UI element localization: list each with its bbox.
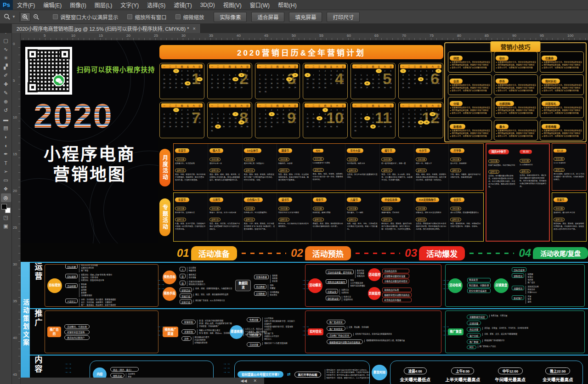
broadcast-timeline-box: 凌晨4:00全天曝光最低点上午8:00上半天曝光最高点中午12:00午间曝光最高…: [390, 361, 583, 384]
color-swatches[interactable]: [1, 204, 11, 213]
healing-brush-tool[interactable]: ✚: [1, 80, 11, 89]
path-select-tool[interactable]: ➢: [1, 167, 11, 176]
menu-视图(V)[interactable]: 视图(V): [219, 0, 246, 10]
zoom-out-button[interactable]: [31, 12, 41, 22]
document-tab-title: 2020小程序电商营销地图.jpg @ 12.5% (扫码可以获得小程序扶持, …: [17, 25, 189, 32]
tip-card-社群团购: 社群团购➤ 设置爆款商品低价引流，带动全店商品转化成交➤ 限时限量营造紧迫感，刺…: [494, 97, 538, 118]
clone-stamp-tool[interactable]: ⊕: [1, 97, 11, 106]
magnifier-icon: [4, 13, 11, 20]
calendar-month-5: 一二三四五六日512345678910111213141516171819202…: [351, 63, 396, 99]
vertical-ruler[interactable]: 051015202530354045: [12, 40, 21, 384]
option-checkbox[interactable]: 调整窗口大小以满屏显示: [53, 13, 119, 21]
calendar-month-12: 一二三四五六日121234567891011121314151617181920…: [398, 102, 443, 138]
tip-label: 限时折扣: [542, 79, 560, 84]
plan-cell-1-2: 实时优化推广渠道优化推广素材优化文案、商品图、活动海报活动推广利益点优化结合用户…: [305, 311, 441, 353]
broadcast-time-hub: 群发时间: [372, 365, 387, 380]
tab-close-icon[interactable]: ×: [192, 26, 195, 31]
pen-tool[interactable]: ✒: [1, 150, 11, 158]
option-button-打印尺寸[interactable]: 打印尺寸: [327, 12, 360, 22]
tip-card-秒杀: 秒杀➤ 设置爆款商品低价引流，带动全店商品转化成交➤ 限时限量营造紧迫感，刺激用…: [494, 74, 538, 96]
plan-cell-0-0: 目标规划目标拆解同比2019年活动销量设置同比增长率推广预算目标规划销售目标：销…: [45, 264, 158, 307]
calendar-month-3: 一二三四五六日312345678910111213141516171819202…: [255, 63, 300, 99]
qr-code: [25, 47, 72, 95]
lasso-tool[interactable]: ∿: [1, 45, 11, 54]
brush-tool[interactable]: ✎: [1, 89, 11, 97]
blur-tool[interactable]: ◗: [1, 132, 11, 141]
collapse-icon[interactable]: ◀◀: [241, 378, 247, 383]
calendar-banner: 2020营销日历&全年营销计划: [159, 45, 443, 59]
menu-滤镜(T)[interactable]: 滤镜(T): [170, 0, 196, 10]
menu-窗口(W)[interactable]: 窗口(W): [246, 0, 274, 10]
plan-cell-1-1: 渠道梳理免费流量公众号粉丝社群人员“朋友圈海报”分享、好友助力店铺合作分销裂变“…: [227, 313, 301, 351]
foreground-color-swatch[interactable]: [1, 204, 7, 209]
option-checkbox[interactable]: 细微缩放: [175, 13, 204, 21]
festival-card-踏青节: 踏青节活动主题阳春四月，出游季适用行业食品、美妆、服饰、户外等，可含适用场景的食…: [277, 144, 311, 190]
menu-编辑(E)[interactable]: 编辑(E): [39, 0, 66, 10]
checkbox-icon[interactable]: [127, 14, 132, 19]
screen-mode-icon[interactable]: ▣: [1, 222, 11, 231]
checkbox-icon[interactable]: [53, 14, 58, 19]
checkbox-label: 调整窗口大小以满屏显示: [60, 13, 119, 21]
zoom-in-button[interactable]: [20, 12, 30, 22]
history-brush-tool[interactable]: ↺: [1, 106, 11, 115]
tip-card-砍价: 砍价➤ 设置爆款商品低价引流，带动全店商品转化成交➤ 限时限量营造紧迫感，刺激用…: [494, 51, 538, 73]
eraser-tool[interactable]: ▬: [1, 115, 11, 124]
option-button-适合屏幕[interactable]: 适合屏幕: [251, 12, 284, 22]
tip-label: 分销: [450, 101, 463, 106]
menu-图像(I)[interactable]: 图像(I): [66, 0, 90, 10]
menu-选择(S)[interactable]: 选择(S): [143, 0, 170, 10]
magic-wand-tool[interactable]: ✳: [1, 54, 11, 62]
close-icon[interactable]: ✕: [253, 378, 257, 383]
ruler-corner: [12, 33, 21, 40]
options-bar: ▼ 调整窗口大小以满屏显示缩放所有窗口细微缩放 实际像素适合屏幕填充屏幕打印尺寸: [0, 10, 588, 24]
eyedropper-tool[interactable]: ✐: [1, 71, 11, 80]
national-day-1111-box: 国庆&中秋节活动主题秋高气爽迎国庆，花好月圆过中秋适用行业全品类，双节叠加黄金周…: [486, 143, 550, 242]
box-1212: 12.12活动主题12.12 年末狂欢适用行业各行业通用，延续双 11 后，双 …: [552, 143, 587, 191]
option-button-填充屏幕[interactable]: 填充屏幕: [289, 12, 322, 22]
crop-tool[interactable]: ▞: [1, 62, 11, 71]
document-canvas[interactable]: 扫码可以获得小程序扶持 2020 小程序电商 营销地图 2020营销日历&全年营…: [21, 40, 588, 384]
photoshop-logo[interactable]: Ps: [0, 0, 13, 10]
menu-items: 文件(F)编辑(E)图像(I)图层(L)文字(Y)选择(S)滤镜(T)3D(D)…: [13, 0, 301, 10]
wechat-icon: [53, 74, 65, 86]
tool-palette: ✥▢∿✳▞✐✚✎⊕↺▬▤◗◖✒T➢▭❖◎◳▣: [0, 24, 12, 384]
marquee-tool[interactable]: ▢: [1, 36, 11, 45]
menu-文件(F)[interactable]: 文件(F): [13, 0, 39, 10]
plan-cell-1-0: 推广目的活动曝光、引流拉新老客转化促活复购激活站内沉默用户: [45, 311, 158, 353]
festival-card-端午节: 端午节活动主题粽一届“粽粉嘉年节”，浓情一夏适用行业食品、个护、美妆、水上玩具、…: [380, 144, 414, 190]
poster-left-panel: 扫码可以获得小程序扶持 2020 小程序电商 营销地图: [21, 40, 158, 243]
poster-year: 2020: [34, 99, 153, 133]
checkbox-icon[interactable]: [175, 14, 181, 19]
tip-label: 老客唤醒: [542, 124, 560, 129]
phase-01: 01活动准备: [177, 246, 237, 260]
festival-card-年货节: 年货节活动主题迎新春大礼，年货提前购适用行业美妆、生鲜、家居百货等，结合年轻用户…: [174, 144, 208, 190]
menu-3D(D)[interactable]: 3D(D): [196, 0, 219, 10]
shape-tool[interactable]: ▭: [1, 176, 11, 185]
hand-tool[interactable]: ❖: [1, 185, 11, 193]
calendar-month-1: 一二三四五六日112345678910111213141516171819202…: [159, 63, 204, 99]
tip-label: 优惠券: [542, 56, 557, 61]
gradient-tool[interactable]: ▤: [1, 124, 11, 132]
marketing-tips-panel: 营销小技巧 拼团➤ 设置爆款商品低价引流，带动全店商品转化成交➤ 限时限量营造紧…: [444, 42, 587, 142]
bottom-overlay-bar[interactable]: ◀◀ ✕: [21, 378, 264, 384]
dodge-tool[interactable]: ◖: [1, 141, 11, 150]
option-checkbox[interactable]: 缩放所有窗口: [127, 13, 166, 21]
phase-02: 02活动预热: [291, 246, 351, 260]
row-label-运营: 运营: [32, 263, 44, 308]
quick-mask-icon[interactable]: ◳: [1, 213, 11, 222]
poster-title-line2: 营销地图: [21, 161, 158, 186]
calendar-month-8: 一二三四五六日812345678910111213141516171819202…: [207, 102, 252, 138]
festival-card-年货节: 年货节活动主题新年新气象，全民囤年货适用行业礼盒、家清、亲子产品等，为家庭用户可…: [174, 193, 208, 241]
menu-图层(L)[interactable]: 图层(L): [90, 0, 117, 10]
document-tab[interactable]: 2020小程序电商营销地图.jpg @ 12.5% (扫码可以获得小程序扶持, …: [12, 24, 201, 33]
zoom-tool[interactable]: ◎: [1, 193, 11, 202]
tip-label: 会员: [450, 79, 463, 84]
menu-帮助(H)[interactable]: 帮助(H): [274, 0, 301, 10]
option-button-实际像素[interactable]: 实际像素: [214, 12, 247, 22]
menu-文字(Y)[interactable]: 文字(Y): [116, 0, 143, 10]
tip-card-拼团: 拼团➤ 设置爆款商品低价引流，带动全店商品转化成交➤ 限时限量营造紧迫感，刺激用…: [448, 51, 492, 73]
plan-cell-0-3: 活动收尾物流发货售后跟进、问题处理积分兑换完成返还店铺复盘目标完成率销售情况销售…: [445, 264, 585, 307]
horizontal-ruler[interactable]: 5101520253035404550556065707580859095100: [21, 33, 588, 40]
zoom-tool-preset[interactable]: ▼: [0, 12, 20, 22]
type-tool[interactable]: T: [1, 158, 11, 167]
